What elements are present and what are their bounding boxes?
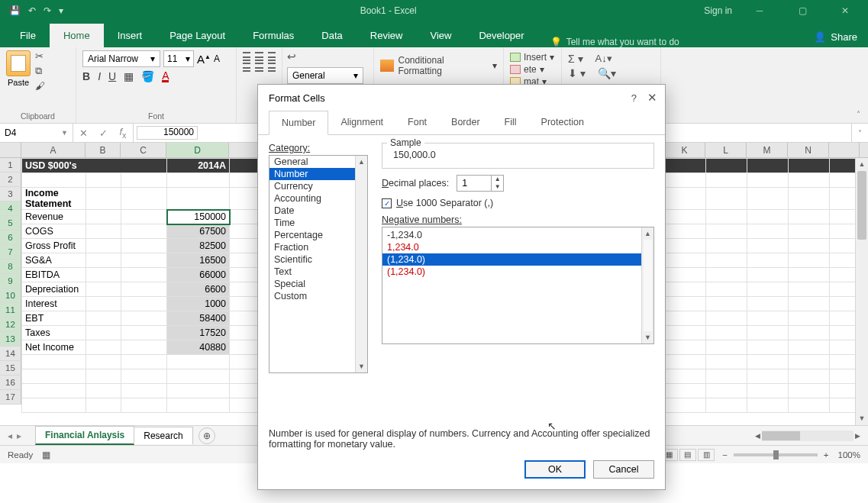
cell[interactable]: EBT	[22, 311, 86, 326]
cell[interactable]	[167, 398, 230, 413]
cell[interactable]	[121, 282, 167, 297]
row-header-5[interactable]: 5	[0, 216, 21, 231]
category-item[interactable]: Text	[269, 266, 367, 278]
category-item[interactable]: Date	[269, 205, 367, 217]
cell[interactable]: 6600	[167, 282, 230, 297]
cell[interactable]	[22, 173, 86, 188]
cell[interactable]	[747, 210, 789, 224]
cell[interactable]	[706, 311, 747, 326]
cell[interactable]	[706, 282, 747, 297]
scroll-up-icon[interactable]: ▲	[856, 158, 868, 171]
cell[interactable]	[86, 282, 121, 297]
scrollbar-thumb[interactable]	[762, 431, 800, 440]
cell[interactable]	[22, 384, 86, 398]
new-sheet-button[interactable]: ⊕	[198, 427, 215, 444]
cell[interactable]: 16500	[167, 253, 230, 268]
cell[interactable]: Revenue	[22, 210, 86, 224]
cell[interactable]	[747, 159, 789, 173]
shrink-font-icon[interactable]: A	[214, 53, 220, 64]
cell[interactable]	[789, 384, 830, 398]
cell[interactable]	[665, 224, 706, 239]
row-header-13[interactable]: 13	[0, 332, 21, 347]
share-button[interactable]: 👤 Share	[803, 27, 868, 47]
cell[interactable]	[22, 398, 86, 413]
dialog-close-icon[interactable]: ✕	[647, 91, 657, 105]
align-top-icon[interactable]	[243, 52, 250, 61]
cell[interactable]: 17520	[167, 326, 230, 340]
cell[interactable]	[86, 326, 121, 340]
cell[interactable]	[121, 224, 167, 239]
category-item[interactable]: Currency	[269, 180, 367, 192]
cell[interactable]	[121, 239, 167, 253]
font-size-combo[interactable]: 11▾	[163, 50, 194, 67]
cell[interactable]	[86, 311, 121, 326]
cell[interactable]: 40880	[167, 340, 230, 355]
tab-data[interactable]: Data	[308, 24, 356, 47]
cell[interactable]	[747, 398, 789, 413]
row-header-17[interactable]: 17	[0, 390, 21, 405]
cell[interactable]	[747, 384, 789, 398]
cell[interactable]	[706, 253, 747, 268]
row-header-1[interactable]: 1	[0, 158, 21, 173]
cell[interactable]	[121, 384, 167, 398]
category-item[interactable]: General	[269, 156, 367, 168]
scroll-down-icon[interactable]: ▼	[856, 412, 868, 425]
sheet-nav-prev-icon[interactable]: ◂	[8, 430, 12, 441]
cell[interactable]	[747, 369, 789, 384]
tab-formulas[interactable]: Formulas	[239, 24, 308, 47]
dialog-tab-alignment[interactable]: Alignment	[328, 111, 395, 134]
cell[interactable]	[747, 282, 789, 297]
cell[interactable]	[665, 173, 706, 188]
cell[interactable]	[121, 297, 167, 311]
cell[interactable]: Depreciation	[22, 282, 86, 297]
conditional-formatting-button[interactable]: Conditional Formatting ▾	[380, 55, 497, 76]
cell[interactable]	[789, 239, 830, 253]
cell[interactable]	[789, 340, 830, 355]
spin-up-icon[interactable]: ▲	[492, 176, 503, 183]
cell[interactable]	[86, 340, 121, 355]
cell[interactable]	[121, 340, 167, 355]
tab-home[interactable]: Home	[50, 24, 104, 47]
cell[interactable]	[121, 210, 167, 224]
cell[interactable]: 2014A	[167, 159, 230, 173]
cell[interactable]	[665, 188, 706, 210]
neg-option-2[interactable]: 1,234.0	[382, 241, 653, 253]
maximize-icon[interactable]: ▢	[787, 5, 818, 16]
scroll-up-icon[interactable]: ▲	[642, 227, 653, 240]
scroll-down-icon[interactable]: ▼	[642, 331, 653, 343]
page-layout-view-icon[interactable]: ▤	[679, 449, 696, 461]
scrollbar-thumb[interactable]	[857, 171, 866, 240]
tell-me-search[interactable]: 💡 Tell me what you want to do	[538, 37, 804, 47]
copy-icon[interactable]: ⧉	[35, 65, 45, 77]
cell[interactable]	[665, 297, 706, 311]
cell[interactable]	[665, 239, 706, 253]
cell[interactable]	[121, 268, 167, 282]
cell[interactable]: 66000	[167, 268, 230, 282]
page-break-view-icon[interactable]: ▥	[698, 449, 715, 461]
category-item[interactable]: Percentage	[269, 229, 367, 241]
cell[interactable]	[747, 239, 789, 253]
fill-icon[interactable]: ⬇ ▾	[568, 67, 586, 79]
cell[interactable]	[86, 253, 121, 268]
cell[interactable]	[86, 210, 121, 224]
cell[interactable]	[789, 173, 830, 188]
category-item[interactable]: Special	[269, 278, 367, 290]
neg-option-1[interactable]: -1,234.0	[382, 229, 653, 241]
align-center-icon[interactable]	[255, 63, 263, 72]
tab-page-layout[interactable]: Page Layout	[156, 24, 239, 47]
cell[interactable]	[789, 369, 830, 384]
cell[interactable]	[747, 297, 789, 311]
wrap-text-icon[interactable]: ↩	[287, 50, 296, 63]
cell[interactable]	[167, 173, 230, 188]
dialog-tab-fill[interactable]: Fill	[492, 111, 529, 134]
font-name-combo[interactable]: Arial Narrow▾	[82, 50, 160, 67]
sort-filter-icon[interactable]: A↓▾	[595, 53, 612, 65]
col-header-N[interactable]: N	[788, 143, 829, 157]
cancel-formula-icon[interactable]: ✕	[73, 127, 93, 139]
cancel-button[interactable]: Cancel	[593, 460, 654, 479]
row-header-6[interactable]: 6	[0, 231, 21, 245]
cell[interactable]	[86, 188, 121, 210]
close-icon[interactable]: ✕	[830, 5, 860, 16]
dialog-help-icon[interactable]: ?	[631, 92, 637, 104]
cell[interactable]	[121, 369, 167, 384]
